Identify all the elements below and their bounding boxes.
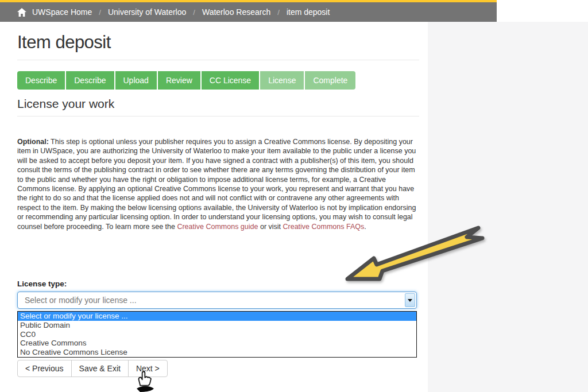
form-actions: < Previous Save & Exit Next > [17,360,420,377]
tab-review[interactable]: Review [158,71,200,90]
license-option-list: Select or modify your license ... Public… [17,311,417,358]
breadcrumb-link-collection[interactable]: Waterloo Research [202,7,270,17]
optional-notice-text: Optional: This step is optional unless y… [17,137,419,231]
cursor-shadow-mark [136,385,155,392]
next-button[interactable]: Next > [128,360,168,377]
creative-commons-guide-link[interactable]: Creative Commons guide [177,223,258,231]
optional-label: Optional: [17,138,49,146]
tab-cc-license[interactable]: CC License [202,71,259,90]
tab-license[interactable]: License [260,71,304,90]
option-public-domain[interactable]: Public Domain [18,321,416,330]
divider [17,60,419,60]
tab-describe-2[interactable]: Describe [66,71,114,90]
submission-steps: Describe Describe Upload Review CC Licen… [17,71,419,90]
license-form: License type: Select or modify your lice… [17,280,420,377]
chevron-down-icon [408,299,412,302]
side-panel-background [428,22,588,392]
option-creative-commons[interactable]: Creative Commons [18,339,416,348]
save-exit-button[interactable]: Save & Exit [71,360,129,377]
page-title: Item deposit [17,32,419,53]
breadcrumb-separator: / [277,8,280,17]
breadcrumb-link-home[interactable]: UWSpace Home [32,7,92,17]
license-type-select[interactable]: Select or modify your license ... [17,292,417,309]
tab-describe-1[interactable]: Describe [17,71,65,90]
tab-complete[interactable]: Complete [305,71,355,90]
option-cc0[interactable]: CC0 [18,330,416,339]
tab-upload[interactable]: Upload [115,71,157,90]
section-heading: License your work [17,97,419,111]
main-content: Item deposit Describe Describe Upload Re… [17,22,419,231]
breadcrumb-separator: / [193,8,195,17]
license-type-label: License type: [17,280,420,288]
license-type-selected-value: Select or modify your license ... [18,296,137,305]
breadcrumb-link-university[interactable]: University of Waterloo [108,7,186,17]
divider [17,116,419,117]
creative-commons-faqs-link[interactable]: Creative Commons FAQs [283,223,365,231]
select-dropdown-button[interactable] [405,293,415,307]
home-icon [17,8,26,17]
option-select-or-modify[interactable]: Select or modify your license ... [18,312,416,321]
previous-button[interactable]: < Previous [17,360,72,377]
page: UWSpace Home / University of Waterloo / … [0,0,588,392]
breadcrumb-current-page: item deposit [287,7,330,17]
breadcrumb-separator: / [99,8,101,17]
breadcrumb: UWSpace Home / University of Waterloo / … [0,0,497,22]
option-no-cc-license[interactable]: No Creative Commons License [18,348,416,357]
